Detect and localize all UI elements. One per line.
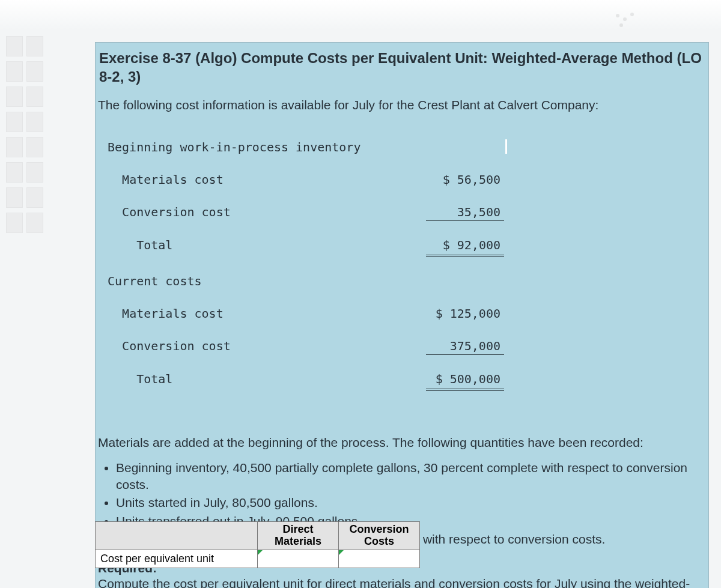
current-heading: Current costs (108, 273, 426, 289)
begwip-total-value: $ 92,000 (426, 237, 504, 257)
begwip-conversion-label: Conversion cost (108, 204, 426, 221)
answer-table: DirectMaterials ConversionCosts Cost per… (95, 521, 420, 568)
answer-row-label: Cost per equivalent unit (96, 550, 258, 568)
answer-header-empty (96, 522, 258, 550)
svg-point-0 (616, 14, 619, 17)
current-total-label: Total (108, 371, 426, 391)
svg-point-2 (630, 13, 634, 16)
conversion-costs-input[interactable] (339, 550, 420, 568)
input-indicator-icon (258, 550, 263, 555)
current-total-value: $ 500,000 (426, 371, 504, 391)
exercise-title: Exercise 8-37 (Algo) Compute Costs per E… (96, 43, 708, 92)
svg-point-3 (619, 23, 623, 27)
materials-note: Materials are added at the beginning of … (96, 428, 708, 456)
quantity-item: Beginning inventory, 40,500 partially co… (116, 459, 706, 494)
required-text: Compute the cost per equivalent unit for… (96, 575, 708, 588)
svg-point-1 (623, 17, 627, 21)
decorative-dots-icon (613, 11, 637, 29)
input-indicator-icon (339, 550, 344, 555)
quantity-item: Units started in July, 80,500 gallons. (116, 494, 706, 511)
answer-header-conversion-costs: ConversionCosts (339, 522, 420, 550)
intro-text: The following cost information is availa… (96, 92, 708, 118)
begwip-materials-label: Materials cost (108, 172, 426, 188)
direct-materials-input[interactable] (258, 550, 339, 568)
problem-panel: Exercise 8-37 (Algo) Compute Costs per E… (95, 42, 709, 588)
current-materials-label: Materials cost (108, 306, 426, 322)
current-conversion-value: 375,000 (426, 338, 504, 355)
answer-header-direct-materials: DirectMaterials (258, 522, 339, 550)
begwip-total-label: Total (108, 237, 426, 257)
answer-table-area: DirectMaterials ConversionCosts Cost per… (95, 521, 420, 568)
begwip-heading: Beginning work-in-process inventory (108, 139, 426, 156)
cost-information-block: Beginning work-in-process inventory Mate… (96, 118, 708, 428)
background-spreadsheet-blur (6, 36, 66, 396)
current-materials-value: $ 125,000 (426, 306, 504, 322)
begwip-materials-value: $ 56,500 (426, 172, 504, 188)
current-conversion-label: Conversion cost (108, 338, 426, 355)
begwip-conversion-value: 35,500 (426, 204, 504, 221)
